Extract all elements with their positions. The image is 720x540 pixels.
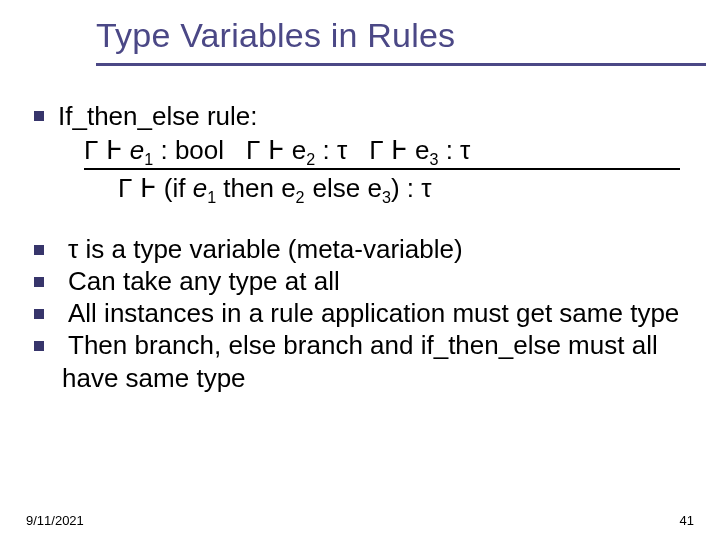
point-text: Can take any type at all	[62, 265, 692, 297]
rule-divider	[84, 168, 680, 170]
list-item: All instances in a rule application must…	[28, 297, 692, 329]
slide-title: Type Variables in Rules	[96, 16, 692, 61]
point-text: τ is a type variable (meta-variable)	[62, 233, 692, 265]
bullet-icon	[34, 341, 44, 351]
list-item: Then branch, else branch and if_then_els…	[28, 329, 692, 393]
footer: 9/11/2021 41	[26, 513, 694, 528]
bullet-icon	[34, 245, 44, 255]
list-item: Can take any type at all	[28, 265, 692, 297]
bullet-icon	[34, 277, 44, 287]
title-underline	[96, 63, 706, 66]
rule-bullet: If_then_else rule:	[28, 100, 692, 132]
bullet-icon	[34, 111, 44, 121]
rule-heading: If_then_else rule:	[58, 101, 257, 131]
slide: Type Variables in Rules If_then_else rul…	[0, 0, 720, 540]
points-list: τ is a type variable (meta-variable) Can…	[28, 233, 692, 394]
point-text: All instances in a rule application must…	[62, 297, 692, 329]
bullet-icon	[34, 309, 44, 319]
slide-body: If_then_else rule: Γ Ⱶ e1 : boolΓ Ⱶ e2 :…	[28, 100, 692, 394]
rule-premises: Γ Ⱶ e1 : boolΓ Ⱶ e2 : τΓ Ⱶ e3 : τ	[84, 134, 692, 166]
point-text: Then branch, else branch and if_then_els…	[62, 329, 692, 393]
rule-conclusion: Γ Ⱶ (if e1 then e2else e3) : τ	[118, 172, 692, 204]
title-block: Type Variables in Rules	[96, 16, 692, 66]
footer-date: 9/11/2021	[26, 513, 84, 528]
list-item: τ is a type variable (meta-variable)	[28, 233, 692, 265]
footer-page-number: 41	[680, 513, 694, 528]
inference-rule: Γ Ⱶ e1 : boolΓ Ⱶ e2 : τΓ Ⱶ e3 : τ Γ Ⱶ (i…	[84, 134, 692, 204]
